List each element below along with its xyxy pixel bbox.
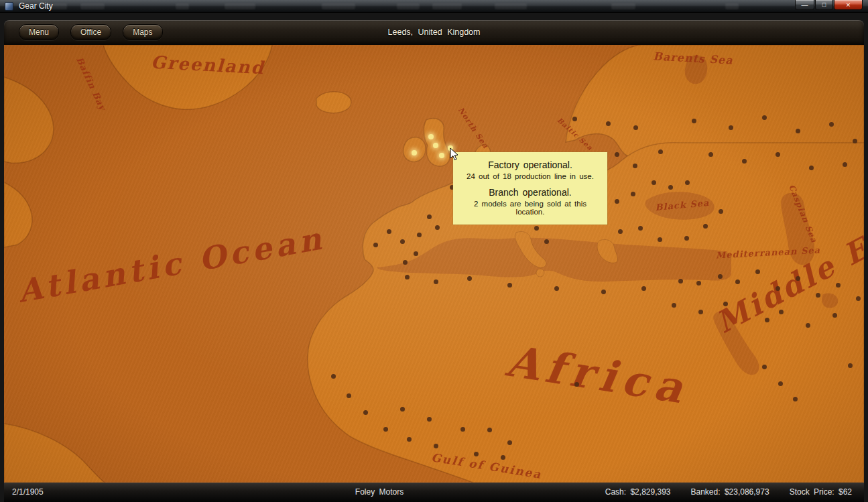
city-dot[interactable]: [696, 281, 701, 286]
city-dot[interactable]: [816, 293, 820, 298]
city-dot[interactable]: [853, 139, 857, 143]
city-dot[interactable]: [601, 290, 606, 294]
city-dot[interactable]: [652, 180, 656, 185]
landmass-sicily: [536, 269, 544, 277]
city-dot[interactable]: [843, 162, 847, 167]
city-dot[interactable]: [832, 313, 837, 318]
city-dot[interactable]: [400, 407, 405, 412]
city-dot[interactable]: [427, 417, 432, 422]
city-dot[interactable]: [544, 239, 549, 244]
city-dot[interactable]: [755, 269, 760, 274]
city-dot[interactable]: [414, 251, 418, 256]
city-dot[interactable]: [698, 310, 703, 314]
city-dot[interactable]: [793, 397, 798, 401]
city-dot[interactable]: [434, 444, 438, 448]
window-titlebar[interactable]: Gear City — □ ×: [0, 0, 868, 13]
tooltip-body: 2 models are being sold at this location…: [461, 200, 599, 216]
city-dot[interactable]: [796, 129, 800, 133]
city-dot[interactable]: [778, 381, 783, 386]
city-dot[interactable]: [641, 286, 646, 291]
maximize-button[interactable]: □: [815, 0, 833, 10]
city-dot[interactable]: [405, 275, 410, 279]
city-dot[interactable]: [474, 452, 479, 456]
city-dot[interactable]: [703, 224, 708, 229]
city-dot[interactable]: [373, 243, 378, 247]
city-dot-highlighted[interactable]: [428, 134, 434, 139]
world-map[interactable]: GreenlandBaffin BayBarents SeaNorth SeaB…: [4, 45, 864, 483]
city-dot[interactable]: [434, 279, 438, 284]
city-dot[interactable]: [776, 152, 780, 157]
city-dot[interactable]: [668, 185, 673, 190]
city-dot[interactable]: [631, 192, 635, 196]
minimize-button[interactable]: —: [795, 0, 814, 10]
city-dot[interactable]: [856, 296, 861, 301]
city-dot[interactable]: [672, 303, 676, 308]
city-dot[interactable]: [507, 283, 512, 288]
city-dot[interactable]: [615, 199, 619, 204]
city-dot[interactable]: [776, 286, 780, 291]
city-dot[interactable]: [633, 125, 638, 130]
city-dot[interactable]: [809, 166, 814, 170]
city-dot[interactable]: [633, 164, 637, 168]
city-dot[interactable]: [606, 121, 611, 126]
city-dot[interactable]: [718, 274, 723, 279]
city-dot[interactable]: [638, 226, 643, 231]
city-dot[interactable]: [363, 410, 368, 415]
city-dot[interactable]: [836, 283, 841, 288]
city-dot[interactable]: [806, 323, 810, 328]
city-dot[interactable]: [684, 236, 689, 241]
city-dot[interactable]: [829, 122, 834, 127]
city-dot[interactable]: [719, 209, 723, 214]
city-dot[interactable]: [487, 428, 492, 432]
city-dot[interactable]: [554, 286, 559, 291]
city-dot[interactable]: [678, 279, 683, 284]
city-dot[interactable]: [403, 260, 408, 265]
city-dot[interactable]: [779, 310, 784, 314]
city-dot[interactable]: [708, 152, 713, 157]
city-dot[interactable]: [400, 239, 405, 244]
city-dot-highlighted[interactable]: [433, 143, 438, 148]
city-dot-highlighted[interactable]: [412, 150, 417, 155]
current-location-label: Leeds, United Kingdom: [388, 20, 481, 45]
city-dot[interactable]: [467, 276, 472, 281]
city-dot[interactable]: [572, 117, 577, 121]
city-dot[interactable]: [685, 180, 690, 185]
city-dot[interactable]: [742, 159, 747, 164]
city-dot[interactable]: [534, 226, 539, 231]
city-dot[interactable]: [658, 149, 663, 154]
toolbar-button-menu[interactable]: Menu: [19, 24, 59, 40]
city-dot[interactable]: [435, 225, 440, 230]
city-dot[interactable]: [848, 363, 853, 368]
tooltip-body: 24 out of 18 production line in use.: [461, 172, 599, 180]
city-dot[interactable]: [762, 365, 767, 369]
game-date: 2/1/1905: [12, 483, 44, 502]
city-dot[interactable]: [407, 437, 412, 442]
city-dot[interactable]: [383, 427, 388, 432]
city-dot-highlighted[interactable]: [439, 153, 444, 158]
city-dot[interactable]: [417, 233, 422, 237]
city-dot[interactable]: [729, 125, 733, 130]
city-dot[interactable]: [574, 382, 579, 387]
close-button[interactable]: ×: [834, 0, 863, 10]
titlebar-ghost-text: [225, 3, 255, 9]
city-dot[interactable]: [735, 279, 740, 284]
city-dot[interactable]: [507, 440, 512, 445]
city-dot[interactable]: [658, 237, 662, 242]
toolbar-button-maps[interactable]: Maps: [123, 24, 162, 40]
city-dot[interactable]: [347, 393, 351, 398]
city-dot-highlighted[interactable]: [448, 145, 453, 151]
city-dot[interactable]: [427, 214, 432, 219]
city-dot[interactable]: [796, 276, 800, 281]
toolbar-button-office[interactable]: Office: [70, 24, 111, 40]
city-dot[interactable]: [331, 374, 336, 379]
city-dot[interactable]: [501, 455, 505, 460]
finance-summary: Cash: $2,829,393Banked: $23,086,973Stock…: [585, 483, 852, 502]
city-dot[interactable]: [692, 119, 696, 123]
city-dot[interactable]: [723, 302, 728, 306]
city-dot[interactable]: [618, 229, 623, 234]
city-dot[interactable]: [615, 152, 619, 157]
city-dot[interactable]: [765, 318, 769, 322]
city-dot[interactable]: [762, 115, 767, 120]
city-dot[interactable]: [387, 229, 391, 234]
city-dot[interactable]: [460, 427, 465, 432]
